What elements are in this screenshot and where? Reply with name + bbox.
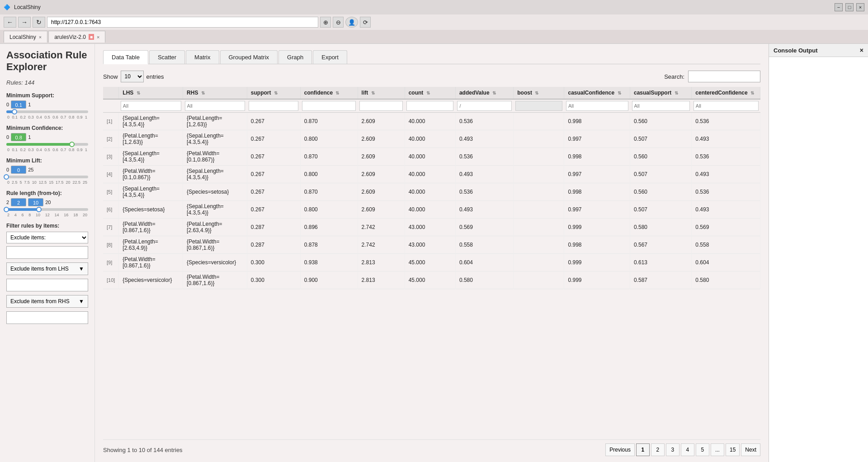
col-header-support[interactable]: support ⇅	[247, 87, 300, 99]
tab-export[interactable]: Export	[313, 50, 347, 64]
close-btn[interactable]: ×	[856, 3, 864, 11]
zoom-out-btn[interactable]: ⊖	[333, 17, 344, 28]
search-label: Search:	[664, 73, 684, 80]
search-input[interactable]	[688, 71, 760, 82]
refresh-btn[interactable]: ↻	[33, 17, 45, 28]
minimize-btn[interactable]: −	[835, 3, 843, 11]
exclude-lhs-btn[interactable]: Exclude items from LHS ▼	[6, 262, 88, 275]
next-btn[interactable]: Next	[741, 443, 760, 456]
col-header-lift[interactable]: lift ⇅	[358, 87, 405, 99]
filter-centeredconfidence-input[interactable]	[693, 101, 759, 111]
browser-menu-btn[interactable]: ⟳	[360, 17, 371, 28]
min-confidence-thumb[interactable]	[69, 142, 75, 147]
rule-length-to-thumb[interactable]	[36, 207, 42, 212]
cell-addedvalue: 0.493	[455, 130, 513, 148]
page-btn-4[interactable]: 4	[681, 443, 694, 456]
exclude-rhs-btn[interactable]: Exclude items from RHS ▼	[6, 295, 88, 308]
filter-lift-input[interactable]	[359, 101, 403, 111]
pagination-info: Showing 1 to 10 of 144 entries	[103, 447, 183, 453]
cell-lift: 2.813	[358, 271, 405, 289]
cell-rhs: {Sepal.Length= [4.3,5.4)}	[183, 166, 247, 183]
cell-confidence: 0.870	[300, 148, 358, 166]
browser-tab-arulesviz[interactable]: arulesViz-2.0 ■ ×	[48, 31, 105, 43]
tab-grouped-matrix[interactable]: Grouped Matrix	[220, 50, 278, 64]
tab-scatter[interactable]: Scatter	[149, 50, 185, 64]
filter-rhs-input[interactable]	[185, 101, 245, 111]
col-header-centeredconfidence[interactable]: centeredConfidence ⇅	[692, 87, 760, 99]
cell-rhs: {Petal.Width= [0.867,1.6)}	[183, 271, 247, 289]
col-header-addedvalue[interactable]: addedValue ⇅	[455, 87, 513, 99]
filter-boost-input[interactable]	[515, 101, 562, 111]
page-btn-2[interactable]: 2	[651, 443, 665, 456]
min-lift-slider-track[interactable]	[6, 176, 88, 178]
cell-rhs: {Petal.Length= [1,2.63)}	[183, 113, 247, 130]
cell-lift: 2.609	[358, 113, 405, 130]
exclude-items-select[interactable]: Exclude items: Include items:	[6, 232, 88, 243]
min-confidence-slider-track[interactable]	[6, 143, 88, 146]
rules-count: Rules: 144	[6, 79, 88, 86]
cell-index: [9]	[103, 254, 119, 271]
tab-graph[interactable]: Graph	[278, 50, 312, 64]
maximize-btn[interactable]: □	[845, 3, 854, 11]
min-support-thumb[interactable]	[12, 109, 17, 114]
cell-addedvalue: 0.558	[455, 236, 513, 254]
exclude-items-dropdown-row: Exclude items: Include items:	[6, 232, 88, 243]
min-support-max: 1	[28, 102, 31, 107]
tab-close-icon[interactable]: ×	[39, 34, 42, 40]
filter-support-input[interactable]	[249, 101, 298, 111]
exclude-lhs-label: Exclude items from LHS	[10, 266, 69, 272]
col-header-casualsupport[interactable]: casualSupport ⇅	[630, 87, 692, 99]
previous-btn[interactable]: Previous	[605, 443, 635, 456]
tab-data-table[interactable]: Data Table	[103, 50, 148, 64]
rule-length-slider-track[interactable]	[6, 208, 88, 211]
filter-confidence	[300, 99, 358, 113]
min-support-label: Minimum Support:	[6, 92, 88, 99]
rule-length-from-thumb[interactable]	[4, 207, 9, 212]
cell-support: 0.267	[247, 201, 300, 219]
tab-close-icon2[interactable]: ×	[97, 34, 99, 40]
col-header-lhs[interactable]: LHS ⇅	[119, 87, 183, 99]
min-support-ticks: 00.10.20.30.40.50.60.70.80.91	[6, 115, 88, 119]
filter-casualconfidence-input[interactable]	[566, 101, 628, 111]
page-btn-1[interactable]: 1	[636, 443, 650, 456]
filter-count-input[interactable]	[406, 101, 453, 111]
min-lift-thumb[interactable]	[4, 174, 9, 180]
filter-casualsupport-input[interactable]	[632, 101, 690, 111]
cell-casualsupport: 0.507	[630, 130, 692, 148]
col-header-count[interactable]: count ⇅	[405, 87, 455, 99]
console-title: Console Output	[774, 47, 818, 54]
zoom-in-btn[interactable]: ⊕	[320, 17, 331, 28]
cell-count: 40.000	[405, 113, 455, 130]
filter-items-input[interactable]	[6, 246, 88, 259]
back-btn[interactable]: ←	[4, 17, 16, 28]
console-close-btn[interactable]: ×	[860, 47, 863, 54]
address-bar[interactable]	[47, 17, 318, 28]
browser-tab-localshiny[interactable]: LocalShiny ×	[4, 31, 47, 43]
entries-select[interactable]: 10 25 50 100	[121, 71, 144, 82]
min-confidence-fill	[6, 143, 72, 146]
page-btn-15[interactable]: 15	[726, 443, 740, 456]
cell-casualsupport: 0.560	[630, 183, 692, 201]
exclude-rhs-input[interactable]	[6, 311, 88, 324]
cell-index: [1]	[103, 113, 119, 130]
cell-support: 0.287	[247, 236, 300, 254]
col-header-boost[interactable]: boost ⇅	[514, 87, 564, 99]
col-header-confidence[interactable]: confidence ⇅	[300, 87, 358, 99]
tab-matrix[interactable]: Matrix	[186, 50, 219, 64]
min-support-slider-track[interactable]	[6, 110, 88, 113]
cell-index: [4]	[103, 166, 119, 183]
col-header-rhs[interactable]: RHS ⇅	[183, 87, 247, 99]
cell-addedvalue: 0.493	[455, 166, 513, 183]
filter-lhs-input[interactable]	[121, 101, 181, 111]
col-header-casualconfidence[interactable]: casualConfidence ⇅	[564, 87, 630, 99]
page-btn-5[interactable]: 5	[696, 443, 709, 456]
page-btn-3[interactable]: 3	[666, 443, 679, 456]
filter-addedvalue-input[interactable]	[457, 101, 511, 111]
data-table: LHS ⇅ RHS ⇅ support ⇅ confidence ⇅ lift …	[103, 87, 760, 289]
cell-addedvalue: 0.536	[455, 113, 513, 130]
pagination-controls: Previous 1 2 3 4 5 ... 15 Next	[605, 443, 760, 456]
cell-lift: 2.813	[358, 254, 405, 271]
filter-confidence-input[interactable]	[302, 101, 356, 111]
forward-btn[interactable]: →	[18, 17, 31, 28]
exclude-lhs-input[interactable]	[6, 279, 88, 291]
